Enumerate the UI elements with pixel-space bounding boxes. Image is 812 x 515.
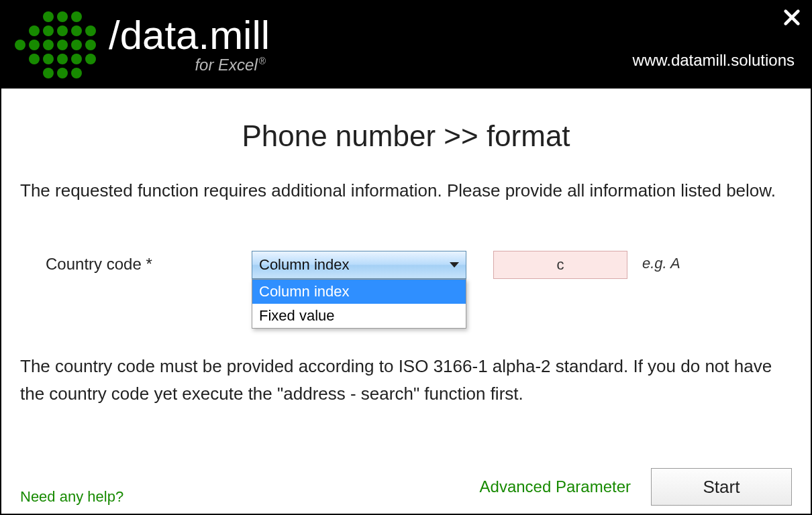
dropdown-option-fixed-value[interactable]: Fixed value <box>252 304 466 328</box>
intro-text: The requested function requires addition… <box>20 177 792 204</box>
input-type-select[interactable]: Column index <box>252 251 466 279</box>
header: /data.mill for Excel® www.datamill.solut… <box>1 1 811 89</box>
column-index-input[interactable] <box>493 251 627 279</box>
registered-mark: ® <box>259 56 266 66</box>
country-code-label: Country code * <box>20 251 252 274</box>
help-link[interactable]: Need any help? <box>20 488 123 506</box>
brand-suffix: mill <box>209 13 270 58</box>
input-type-dropdown: Column index Fixed value <box>252 279 466 329</box>
brand-prefix: /data. <box>109 13 209 58</box>
select-value: Column index <box>259 256 350 274</box>
input-hint: e.g. A <box>642 251 680 272</box>
dialog-window: /data.mill for Excel® www.datamill.solut… <box>0 0 812 515</box>
dropdown-option-column-index[interactable]: Column index <box>252 280 466 304</box>
chevron-down-icon <box>450 262 459 268</box>
header-url[interactable]: www.datamill.solutions <box>633 51 795 70</box>
page-title: Phone number >> format <box>20 119 792 153</box>
advanced-parameter-link[interactable]: Advanced Parameter <box>480 477 631 496</box>
footer: Need any help? Advanced Parameter Start <box>20 468 792 506</box>
field-description: The country code must be provided accord… <box>20 353 792 407</box>
close-icon[interactable] <box>780 5 804 30</box>
dialog-body: Phone number >> format The requested fun… <box>1 89 811 514</box>
start-button[interactable]: Start <box>651 468 792 506</box>
input-type-select-wrap: Column index Column index Fixed value <box>252 251 466 279</box>
brand-subtitle: for Excel <box>195 56 257 74</box>
country-code-row: Country code * Column index Column index… <box>20 251 792 279</box>
logo-icon <box>15 11 95 78</box>
brand: /data.mill for Excel® <box>109 15 270 74</box>
